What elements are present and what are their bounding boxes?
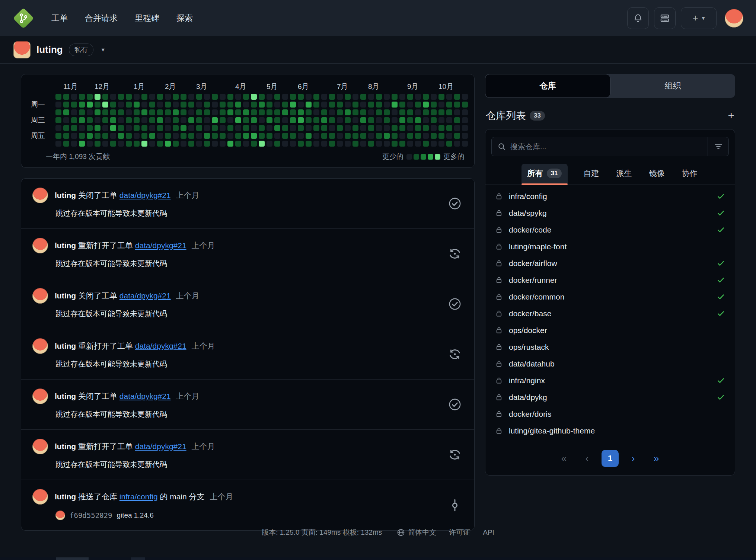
repo-row[interactable]: data/dpykg	[485, 389, 735, 406]
repo-row[interactable]: data/spykg	[485, 205, 735, 221]
heatmap-cell	[384, 141, 390, 147]
feed-issue-link[interactable]: data/dpykg#21	[135, 442, 186, 451]
repo-name[interactable]: data/dpykg	[509, 393, 711, 402]
feed-avatar[interactable]	[32, 188, 48, 203]
repo-row[interactable]: docker/doris	[485, 406, 735, 422]
repo-name[interactable]: infra/config	[509, 192, 711, 201]
feed-avatar[interactable]	[32, 439, 48, 454]
tab-organizations[interactable]: 组织	[610, 74, 735, 98]
heatmap-cell	[227, 125, 233, 131]
pagination-page-1[interactable]: 1	[602, 450, 619, 467]
footer-link[interactable]: API	[483, 528, 494, 537]
feed-issue-link[interactable]: data/dpykg#21	[135, 342, 186, 350]
heatmap-cell	[282, 125, 288, 131]
feed-username[interactable]: luting	[55, 492, 76, 501]
feed-issue-link[interactable]: data/dpykg#21	[119, 392, 171, 400]
heatmap-cell	[235, 125, 241, 131]
repo-name[interactable]: docker/common	[509, 292, 711, 301]
feed-body: 跳过存在版本可能导致未更新代码	[55, 460, 463, 470]
feed-username[interactable]: luting	[55, 442, 76, 451]
create-new-button[interactable]: + ▾	[681, 7, 717, 29]
feed-username[interactable]: luting	[55, 191, 76, 199]
feed-avatar[interactable]	[32, 288, 48, 304]
repo-filter-tab[interactable]: 所有 31	[521, 164, 568, 185]
repo-row[interactable]: data/datahub	[485, 355, 735, 372]
repo-filter-tab[interactable]: 镜像	[647, 164, 666, 185]
heatmap-month-label: 5月	[267, 82, 278, 92]
heatmap-cell	[329, 141, 335, 147]
repo-filter-button[interactable]	[708, 137, 728, 156]
feed-username[interactable]: luting	[55, 291, 76, 300]
new-repo-button[interactable]: +	[728, 110, 734, 121]
heatmap-cell	[298, 125, 304, 131]
repo-row[interactable]: ops/rustack	[485, 339, 735, 355]
repo-name[interactable]: luting/maple-font	[509, 242, 725, 251]
heatmap-cell	[290, 125, 296, 131]
feed-avatar[interactable]	[32, 489, 48, 505]
repo-row[interactable]: infra/config	[485, 188, 735, 205]
heatmap-cell	[454, 125, 460, 131]
repo-name[interactable]: data/datahub	[509, 359, 725, 368]
heatmap-cell	[407, 102, 413, 108]
profile-dropdown-caret[interactable]: ▾	[102, 46, 105, 53]
feed-username[interactable]: luting	[55, 392, 76, 400]
repo-filter-tab[interactable]: 协作	[680, 164, 699, 185]
lock-icon	[495, 226, 503, 234]
navbar-link[interactable]: 探索	[176, 13, 193, 24]
repo-row[interactable]: infra/nginx	[485, 372, 735, 389]
feed-username[interactable]: luting	[55, 241, 76, 250]
footer-link[interactable]: 简体中文	[397, 528, 436, 537]
feed-username[interactable]: luting	[55, 342, 76, 350]
pagination-first[interactable]: «	[555, 450, 572, 467]
feed-issue-link[interactable]: data/dpykg#21	[119, 191, 171, 199]
heatmap-cell	[212, 141, 218, 147]
navbar-link[interactable]: 工单	[51, 13, 68, 24]
feed-avatar[interactable]	[32, 338, 48, 354]
admin-panel-button[interactable]	[654, 7, 676, 29]
profile-avatar[interactable]	[13, 41, 31, 58]
repo-name[interactable]: docker/code	[509, 225, 711, 234]
repo-row[interactable]: docker/common	[485, 288, 735, 305]
footer-link[interactable]: 许可证	[449, 528, 470, 537]
repo-name[interactable]: docker/doris	[509, 410, 725, 419]
pagination-next[interactable]: ›	[625, 450, 642, 467]
repo-name[interactable]: docker/airflow	[509, 259, 711, 268]
tab-repositories[interactable]: 仓库	[485, 74, 610, 98]
repo-name[interactable]: data/spykg	[509, 209, 711, 218]
repo-name[interactable]: luting/gitea-github-theme	[509, 426, 725, 435]
heatmap-cell	[435, 154, 440, 160]
heatmap-cell	[376, 94, 382, 100]
repo-row[interactable]: ops/docker	[485, 322, 735, 339]
feed-issue-link[interactable]: data/dpykg#21	[135, 241, 186, 250]
heatmap-cell	[110, 94, 116, 100]
pagination-prev[interactable]: ‹	[578, 450, 596, 467]
heatmap-cell	[118, 141, 124, 147]
repo-row[interactable]: luting/gitea-github-theme	[485, 422, 735, 439]
notifications-button[interactable]	[627, 7, 649, 29]
navbar-link[interactable]: 合并请求	[85, 13, 118, 24]
feed-avatar[interactable]	[32, 388, 48, 404]
repo-name[interactable]: docker/runner	[509, 276, 711, 285]
repo-filter-tab[interactable]: 派生	[615, 164, 633, 185]
repo-filter-tab[interactable]: 自建	[582, 164, 600, 185]
repo-row[interactable]: luting/maple-font	[485, 238, 735, 255]
repo-name[interactable]: docker/base	[509, 309, 711, 318]
repo-row[interactable]: docker/runner	[485, 272, 735, 288]
gitea-logo[interactable]	[13, 7, 34, 29]
repo-name[interactable]: ops/docker	[509, 326, 725, 335]
repo-name[interactable]: ops/rustack	[509, 343, 725, 352]
pagination-last[interactable]: »	[648, 450, 665, 467]
repo-search-input[interactable]	[510, 143, 708, 151]
user-avatar[interactable]	[725, 9, 743, 28]
feed-issue-link[interactable]: data/dpykg#21	[119, 291, 171, 300]
commit-hash[interactable]: f69d552029	[70, 511, 112, 519]
feed-avatar[interactable]	[32, 238, 48, 253]
heatmap-cell	[188, 117, 194, 123]
navbar-link[interactable]: 里程碑	[135, 13, 159, 24]
repo-row[interactable]: docker/base	[485, 305, 735, 322]
repo-name[interactable]: infra/nginx	[509, 376, 711, 385]
repo-row[interactable]: docker/airflow	[485, 255, 735, 272]
feed-item-push: luting 推送了仓库 infra/config 的 main 分支 上个月 …	[21, 480, 474, 530]
repo-row[interactable]: docker/code	[485, 221, 735, 238]
feed-repo-link[interactable]: infra/config	[119, 492, 158, 501]
